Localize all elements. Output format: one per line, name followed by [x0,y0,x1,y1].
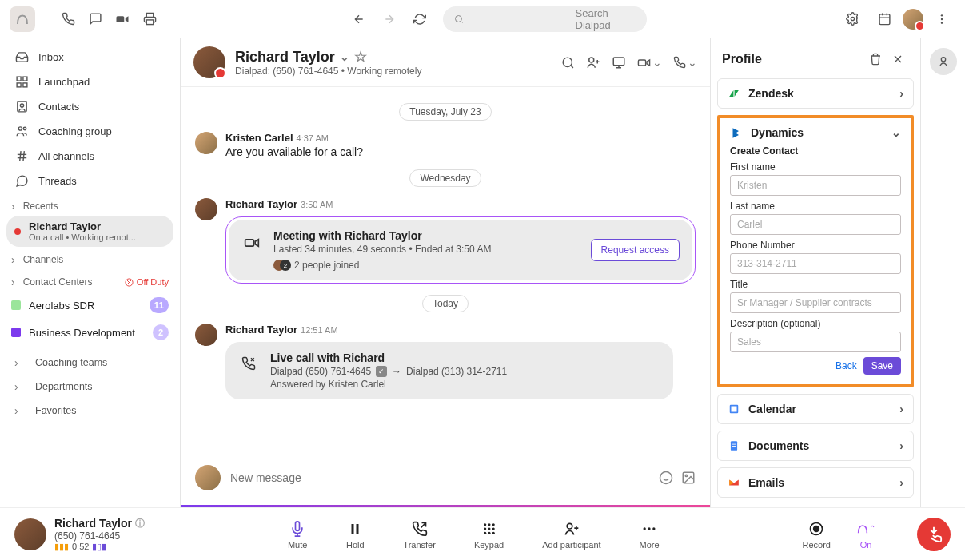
emoji-icon[interactable] [659,471,673,485]
keypad-button[interactable]: Keypad [474,519,504,550]
svg-point-21 [563,58,572,66]
hangup-button[interactable] [917,518,951,551]
sidebar-label: Launchpad [38,76,90,88]
meeting-card: Meeting with Richard Taylor Lasted 34 mi… [225,216,696,284]
section-recents[interactable]: ›Recents [6,193,173,216]
svg-rect-30 [732,407,737,412]
date-divider: Wednesday [409,169,481,187]
image-icon[interactable] [681,471,696,485]
conversation-panel: Richard Taylor⌄☆ Dialpad: (650) 761-4645… [181,38,711,507]
sidebar-item-coaching[interactable]: Coaching group [6,119,173,144]
integration-label: Calendar [748,403,796,415]
message-icon[interactable] [82,6,109,33]
call-answered: Answered by Kristen Carlel [270,379,507,390]
first-name-input[interactable] [730,175,901,196]
svg-point-49 [652,527,655,530]
message-text: Are you available for a call? [225,145,696,158]
first-name-label: First name [730,161,901,173]
hold-button[interactable]: Hold [345,519,365,550]
call-to: Dialpad (313) 314-2711 [406,366,507,377]
hash-icon [14,149,29,163]
more-button[interactable]: More [640,519,660,550]
sidebar-item-favorites[interactable]: ›Favorites [6,399,173,423]
refresh-icon[interactable] [406,6,433,33]
sidebar-item-inbox[interactable]: Inbox [6,45,173,70]
svg-point-6 [941,18,943,19]
calendar-icon[interactable] [871,6,898,33]
close-icon[interactable] [887,48,909,70]
print-icon[interactable] [136,6,163,33]
sidebar-item-coaching-teams[interactable]: ›Coaching teams [6,351,173,375]
chevron-down-icon[interactable]: ⌄ [891,126,901,139]
call-dropdown[interactable]: ⌄ [673,56,697,69]
sidebar-label: Inbox [38,51,64,63]
back-button[interactable]: Back [835,360,857,371]
forward-icon[interactable] [376,6,403,33]
participants-column [920,38,965,507]
record-button[interactable]: Record [803,519,831,550]
add-person-icon [562,519,581,538]
add-person-icon[interactable] [586,55,600,70]
delete-icon[interactable] [864,48,887,70]
create-contact-label: Create Contact [730,145,901,157]
inbox-icon [14,50,29,64]
control-label: Record [803,540,831,550]
transfer-button[interactable]: Transfer [403,519,436,550]
section-contact-centers[interactable]: ›Contact CentersOff Duty [6,269,173,292]
ai-on-button[interactable]: ⌃On [856,519,875,550]
gmail-icon [728,476,740,489]
channel-bizdev[interactable]: Business Development2 [6,319,173,346]
video-icon[interactable] [109,6,136,33]
request-access-button[interactable]: Request access [591,239,680,261]
svg-point-14 [18,127,22,130]
phone-icon[interactable] [54,6,82,33]
message: Richard Taylor3:50 AM Meeting with Richa… [195,198,696,284]
search-icon[interactable] [561,56,575,70]
sidebar-item-allchannels[interactable]: All channels [6,144,173,169]
message-avatar [195,132,217,154]
recent-contact[interactable]: Richard Taylor On a call • Working remot… [6,216,173,247]
search-input[interactable]: Search Dialpad [443,6,648,32]
participant-icon[interactable] [930,48,957,75]
svg-point-26 [660,472,672,484]
back-icon[interactable] [345,6,373,33]
message-time: 4:37 AM [297,133,329,143]
sidebar-item-departments[interactable]: ›Departments [6,375,173,399]
channel-aerolabs[interactable]: Aerolabs SDR11 [6,292,173,319]
more-icon[interactable] [928,6,955,33]
save-button[interactable]: Save [863,357,901,375]
desc-input[interactable] [730,332,901,352]
add-participant-button[interactable]: Add participant [542,519,600,550]
video-dropdown[interactable]: ⌄ [637,56,662,70]
integration-documents[interactable]: Documents› [717,431,914,461]
svg-rect-8 [17,77,21,81]
section-channels[interactable]: ›Channels [6,247,173,269]
integration-zendesk[interactable]: Zendesk› [717,78,914,109]
chevron-down-icon[interactable]: ⌄ [340,50,349,63]
sidebar-item-launchpad[interactable]: Launchpad [6,70,173,94]
date-divider: Today [422,295,469,312]
composer-input[interactable] [230,471,649,484]
svg-point-3 [851,17,854,20]
screen-share-icon[interactable] [612,55,626,70]
phone-input[interactable] [730,253,901,274]
caller-avatar [14,518,46,550]
svg-rect-4 [879,14,890,25]
sidebar-item-threads[interactable]: Threads [6,169,173,193]
sidebar-label: Departments [35,381,93,392]
svg-point-22 [589,58,594,62]
last-name-input[interactable] [730,214,901,235]
mute-button[interactable]: Mute [288,519,307,550]
sidebar-item-contacts[interactable]: Contacts [6,94,173,119]
control-label: Mute [288,540,307,550]
contact-sub: Dialpad: (650) 761-4645 • Working remote… [235,66,421,77]
svg-rect-0 [117,16,125,22]
user-avatar[interactable] [903,9,923,30]
integration-emails[interactable]: Emails› [717,467,914,498]
integration-calendar[interactable]: Calendar› [717,394,914,424]
settings-icon[interactable] [839,6,866,33]
zendesk-icon [728,87,740,100]
info-icon[interactable]: ⓘ [135,517,145,530]
title-input[interactable] [730,292,901,313]
star-icon[interactable]: ☆ [354,48,367,66]
